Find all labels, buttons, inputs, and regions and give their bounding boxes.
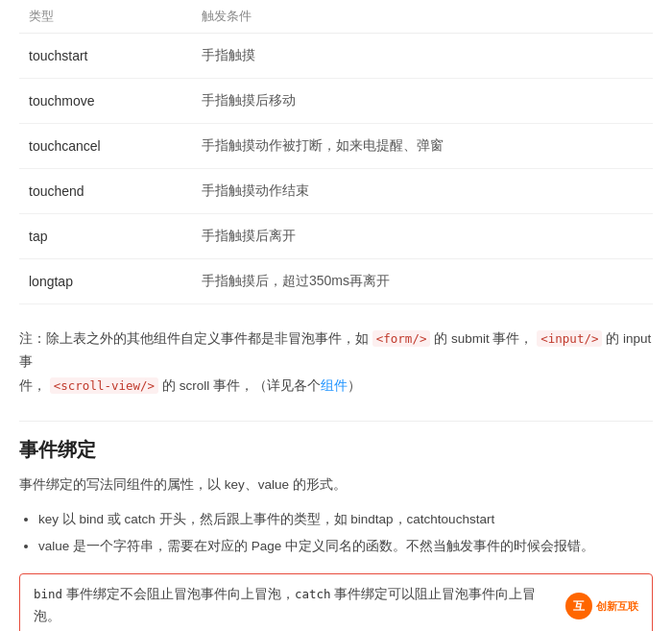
component-link[interactable]: 组件 (321, 378, 348, 393)
event-type-cell: touchmove (19, 79, 192, 124)
badge-text: 创新互联 (596, 597, 638, 616)
event-condition-cell: 手指触摸后离开 (192, 214, 653, 259)
table-row: longtap手指触摸后，超过350ms再离开 (19, 259, 653, 304)
note-middle3: 的 scroll 事件，（详见各个 (162, 378, 321, 393)
divider (19, 421, 653, 422)
scroll-view-tag: <scroll-view/> (50, 377, 158, 394)
table-row: touchcancel手指触摸动作被打断，如来电提醒、弹窗 (19, 124, 653, 169)
table-row: touchend手指触摸动作结束 (19, 169, 653, 214)
note-break-text: 件， (19, 378, 46, 393)
event-type-cell: touchend (19, 169, 192, 214)
event-binding-heading: 事件绑定 (19, 437, 653, 463)
highlight-mid1: 事件绑定不会阻止冒泡事件向上冒泡， (62, 587, 295, 601)
event-condition-cell: 手指触摸动作被打断，如来电提醒、弹窗 (192, 124, 653, 169)
note-section: 注：除上表之外的其他组件自定义事件都是非冒泡事件，如 <form/> 的 sub… (19, 328, 653, 398)
event-type-cell: longtap (19, 259, 192, 304)
badge-icon: 互 (565, 593, 592, 619)
event-condition-cell: 手指触摸动作结束 (192, 169, 653, 214)
event-table: 类型 触发条件 touchstart手指触摸touchmove手指触摸后移动to… (19, 0, 653, 304)
note-prefix: 注：除上表之外的其他组件自定义事件都是非冒泡事件，如 (19, 331, 369, 346)
event-type-cell: touchstart (19, 34, 192, 79)
note-suffix: ） (348, 378, 361, 393)
col1-header: 类型 (19, 0, 192, 34)
table-row: touchmove手指触摸后移动 (19, 79, 653, 124)
bullet-list: key 以 bind 或 catch 开头，然后跟上事件的类型，如 bindta… (19, 508, 653, 559)
event-type-cell: touchcancel (19, 124, 192, 169)
table-row: touchstart手指触摸 (19, 34, 653, 79)
form-tag: <form/> (372, 330, 431, 347)
bullet-item: value 是一个字符串，需要在对应的 Page 中定义同名的函数。不然当触发事… (38, 535, 653, 558)
event-condition-cell: 手指触摸 (192, 34, 653, 79)
event-binding-desc: 事件绑定的写法同组件的属性，以 key、value 的形式。 (19, 474, 653, 497)
event-condition-cell: 手指触摸后移动 (192, 79, 653, 124)
highlight-box: bind 事件绑定不会阻止冒泡事件向上冒泡，catch 事件绑定可以阻止冒泡事件… (19, 573, 653, 631)
event-condition-cell: 手指触摸后，超过350ms再离开 (192, 259, 653, 304)
bullet-item: key 以 bind 或 catch 开头，然后跟上事件的类型，如 bindta… (38, 508, 653, 531)
table-row: tap手指触摸后离开 (19, 214, 653, 259)
note-middle1: 的 submit 事件， (434, 331, 533, 346)
bind-code: bind (34, 587, 62, 601)
event-type-cell: tap (19, 214, 192, 259)
catch-code: catch (295, 587, 331, 601)
highlight-text: bind 事件绑定不会阻止冒泡事件向上冒泡，catch 事件绑定可以阻止冒泡事件… (34, 584, 554, 628)
col2-header: 触发条件 (192, 0, 653, 34)
input-tag: <input/> (537, 330, 602, 347)
brand-badge: 互 创新互联 (565, 593, 638, 619)
